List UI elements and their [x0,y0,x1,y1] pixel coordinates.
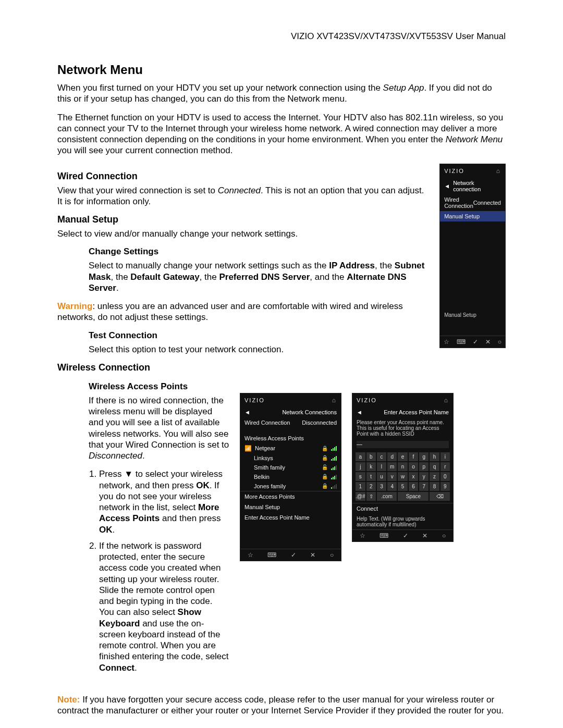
key: u [377,472,386,481]
wap-heading: Wireless Access Points [89,381,229,392]
wap-section-label: Wireless Access Points [244,435,304,441]
text: If the network is password protected, en… [99,541,221,618]
key: k [366,462,376,471]
text: . [134,663,137,673]
key-backspace: ⌫ [430,492,450,501]
manual-setup-text: Select to view and/or manually change yo… [57,228,429,239]
text-input: — [357,441,449,448]
close-icon: ✕ [422,532,427,539]
manual-setup-heading: Manual Setup [57,214,429,225]
key-dotcom: .com [377,492,397,501]
key: i [440,452,450,461]
brand-label: VIZIO [357,397,377,403]
network-name: Belkin [254,474,319,480]
signal-icon [331,455,337,461]
change-settings-text: Select to manually change your network s… [89,260,429,293]
change-settings-heading: Change Settings [89,246,429,257]
signal-icon [331,484,337,489]
wired-label: Wired Connection [244,419,290,426]
wired-connection-label: Wired Connection [444,196,473,209]
text: , the [111,272,131,282]
close-icon: ✕ [485,338,491,346]
wired-connection-text: View that your wired connection is set t… [57,185,429,207]
text: . [142,451,145,461]
key: m [387,462,397,471]
manual-setup-item: Manual Setup [444,213,480,219]
key: g [419,452,429,461]
preferred-dns-bold: Preferred DNS Server [219,272,310,282]
wap-text: If there is no wired connection, the wir… [89,395,229,462]
key: 9 [440,482,450,491]
key: c [377,452,386,461]
key: 5 [398,482,407,491]
circle-icon: ○ [498,338,501,346]
connect-bold: Connect [99,663,134,673]
back-icon: ◄ [357,409,362,415]
screenshot-network-connection: VIZIO ⌂ ◄ Network connection Wired Conne… [439,164,506,348]
on-screen-keyboard: abcdefghi jklmnopqr stuvwxyz0 123456789 … [352,450,453,503]
hint-text: Manual Setup [440,310,505,320]
text: , the [200,272,219,282]
connect-item: Connect [357,505,378,512]
key: n [398,462,407,471]
key: a [356,452,365,461]
wired-state: Disconnected [302,419,337,426]
wired-connection-heading: Wired Connection [57,171,429,182]
key: x [409,472,418,481]
page-title: Network Menu [57,63,506,77]
star-icon: ☆ [444,338,449,346]
screen-title: Enter Access Point Name [384,409,449,415]
key: 4 [387,482,397,491]
home-icon: ⌂ [444,397,449,404]
help-text-1: Please enter your Access point name. Thi… [352,417,453,439]
enter-ap-name-item: Enter Access Point Name [244,514,310,521]
unlock-icon: 🔓 [322,464,328,470]
key: 6 [409,482,418,491]
text: The Ethernet function on your HDTV is us… [57,113,503,145]
home-icon: ⌂ [496,167,501,175]
key: s [356,472,365,481]
key-symbols: .@# [356,492,365,501]
key: 0 [440,472,450,481]
screenshot-network-connections: VIZIO ⌂ ◄ Network Connections Wired Conn… [240,393,341,561]
text: and then press [160,513,221,523]
text: Select to manually change your network s… [89,261,329,270]
setup-app-italic: Setup App [383,83,424,93]
text: , and the [310,272,347,282]
key: 1 [356,482,365,491]
key: p [419,462,429,471]
key: v [387,472,397,481]
circle-icon: ○ [442,532,446,539]
key: e [398,452,407,461]
key: 8 [430,482,439,491]
key: z [430,472,439,481]
key: r [440,462,450,471]
ok-bold: OK [196,480,210,490]
help-icon: ✓ [403,532,408,539]
text: If you have forgotten your secure access… [57,695,504,715]
warning-label: Warning [57,301,92,311]
screen-title: Network connection [453,180,501,192]
lock-icon: 🔒 [322,455,328,461]
network-name: Jones family [254,483,319,489]
key: 7 [419,482,429,491]
network-menu-italic: Network Menu [446,134,503,144]
step-1: Press ▼ to select your wireless network,… [99,468,229,535]
default-gateway-bold: Default Gateway [130,272,199,282]
keyboard-icon: ⌨ [267,551,276,559]
key: q [430,462,439,471]
screenshot-enter-ap-name: VIZIO ⌂ ◄ Enter Access Point Name Please… [352,393,454,542]
key: l [377,462,386,471]
network-name: Smith family [254,464,319,471]
doc-header: VIZIO XVT423SV/XVT473SV/XVT553SV User Ma… [57,31,506,42]
keyboard-icon: ⌨ [380,532,388,539]
key: b [366,452,376,461]
key: o [409,462,418,471]
help-icon: ✓ [291,551,296,559]
key: y [419,472,429,481]
signal-icon [331,474,337,479]
intro-para-1: When you first turned on your HDTV you s… [57,82,506,105]
text: When you first turned on your HDTV you s… [57,83,383,93]
key: j [356,462,365,471]
signal-icon [331,446,337,451]
